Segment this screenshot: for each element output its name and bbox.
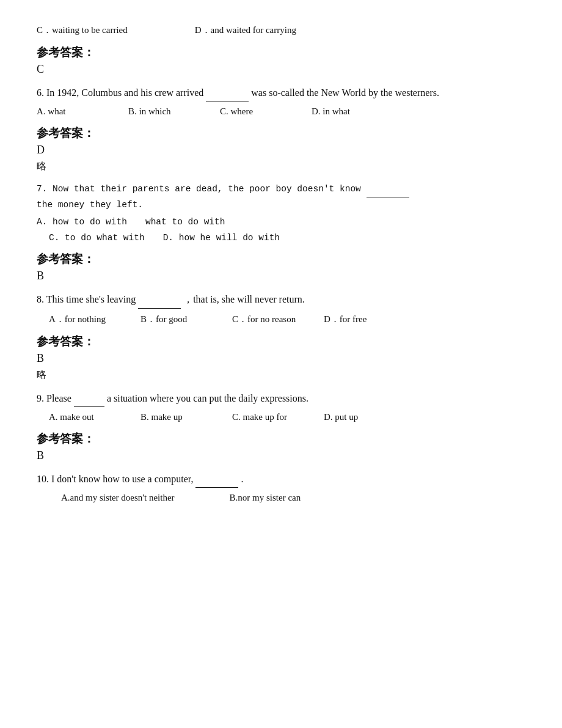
q9-blank xyxy=(74,390,104,407)
q9-number: 9. xyxy=(37,393,44,403)
q8-lue: 略 xyxy=(37,369,525,381)
q7-question: 7. Now that their parents are dead, the … xyxy=(37,182,525,212)
q7-opt-a: A. how to do with xyxy=(37,217,127,227)
q5-answer-section: 参考答案： C xyxy=(37,45,525,76)
q9-section: 9. Please a situation where you can put … xyxy=(37,390,525,422)
q10-text1: I don't know how to use a computer, xyxy=(51,474,193,484)
q6-blank xyxy=(206,84,249,101)
q7-text2: the money they left. xyxy=(37,200,143,210)
q8-answer-value: B xyxy=(37,352,525,365)
q6-ref-label: 参考答案： xyxy=(37,125,525,141)
q6-opt-b: B. in which xyxy=(128,106,202,117)
q6-answer-value: D xyxy=(37,144,525,156)
q5-ref-label: 参考答案： xyxy=(37,45,525,61)
q9-opt-c: C. make up for xyxy=(232,412,305,422)
q8-opt-d: D．for free xyxy=(324,314,397,325)
q8-answer-section: 参考答案： B 略 xyxy=(37,334,525,381)
q7-ref-label: 参考答案： xyxy=(37,251,525,267)
q9-options: A. make out B. make up C. make up for D.… xyxy=(37,412,525,422)
q8-opt-a: A．for nothing xyxy=(49,314,122,325)
q7-options2: C. to do what with D. how he will do wit… xyxy=(37,233,525,243)
q6-opt-a: A. what xyxy=(37,106,110,117)
q10-blank xyxy=(195,471,238,488)
q7-opt-c: C. to do what with xyxy=(49,233,145,243)
q8-options: A．for nothing B．for good C．for no reason… xyxy=(37,314,525,325)
q6-opt-d: D. in what xyxy=(312,106,385,117)
q8-text1: This time she's leaving xyxy=(46,294,136,304)
q9-opt-b: B. make up xyxy=(140,412,214,422)
q9-answer-value: B xyxy=(37,449,525,462)
q6-lue: 略 xyxy=(37,160,525,173)
q6-number: 6. xyxy=(37,87,44,98)
q8-ref-label: 参考答案： xyxy=(37,334,525,350)
q8-opt-b: B．for good xyxy=(140,314,214,325)
q7-answer-value: B xyxy=(37,270,525,282)
q9-text2: a situation where you can put the daily … xyxy=(107,393,308,403)
q10-opt-a: A.and my sister doesn't neither xyxy=(61,493,175,503)
q7-section: 7. Now that their parents are dead, the … xyxy=(37,182,525,243)
q5-options-row: C．waiting to be carried D．and waited for… xyxy=(37,24,525,36)
q10-question: 10. I don't know how to use a computer, … xyxy=(37,471,525,488)
q8-text2: ，that is, she will never return. xyxy=(183,294,305,304)
q9-ref-label: 参考答案： xyxy=(37,431,525,447)
q7-number: 7. xyxy=(37,184,47,194)
q6-text2: was so-called the New World by the weste… xyxy=(251,87,439,98)
q6-opt-c: C. where xyxy=(220,106,293,117)
q6-answer-section: 参考答案： D 略 xyxy=(37,125,525,173)
q9-opt-a: A. make out xyxy=(49,412,122,422)
q7-blank xyxy=(367,182,409,197)
q8-question: 8. This time she's leaving ，that is, she… xyxy=(37,291,525,308)
q7-opt-d: D. how he will do with xyxy=(163,233,280,243)
q5-option-c: C．waiting to be carried xyxy=(37,24,128,36)
q10-opt-b: B.nor my sister can xyxy=(230,493,303,503)
q7-opt-a2: what to do with xyxy=(145,217,225,227)
q7-answer-section: 参考答案： B xyxy=(37,251,525,282)
q10-number: 10. xyxy=(37,474,49,484)
q7-options: A. how to do with what to do with xyxy=(37,217,525,227)
q8-blank xyxy=(138,291,181,308)
q8-number: 8. xyxy=(37,294,44,304)
q6-options: A. what B. in which C. where D. in what xyxy=(37,106,525,117)
q9-answer-section: 参考答案： B xyxy=(37,431,525,462)
q8-section: 8. This time she's leaving ，that is, she… xyxy=(37,291,525,325)
q6-text1: In 1942, Columbus and his crew arrived xyxy=(46,87,203,98)
q7-text1: Now that their parents are dead, the poo… xyxy=(53,184,361,194)
q10-text2: . xyxy=(241,474,243,484)
q9-question: 9. Please a situation where you can put … xyxy=(37,390,525,407)
q8-opt-c: C．for no reason xyxy=(232,314,305,325)
q9-opt-d: D. put up xyxy=(324,412,397,422)
q5-answer-value: C xyxy=(37,63,525,76)
q10-options: A.and my sister doesn't neither B.nor my… xyxy=(37,493,525,503)
q6-question: 6. In 1942, Columbus and his crew arrive… xyxy=(37,84,525,101)
q5-option-d: D．and waited for carrying xyxy=(195,24,296,36)
q9-text1: Please xyxy=(46,393,71,403)
q10-section: 10. I don't know how to use a computer, … xyxy=(37,471,525,503)
q6-section: 6. In 1942, Columbus and his crew arrive… xyxy=(37,84,525,117)
